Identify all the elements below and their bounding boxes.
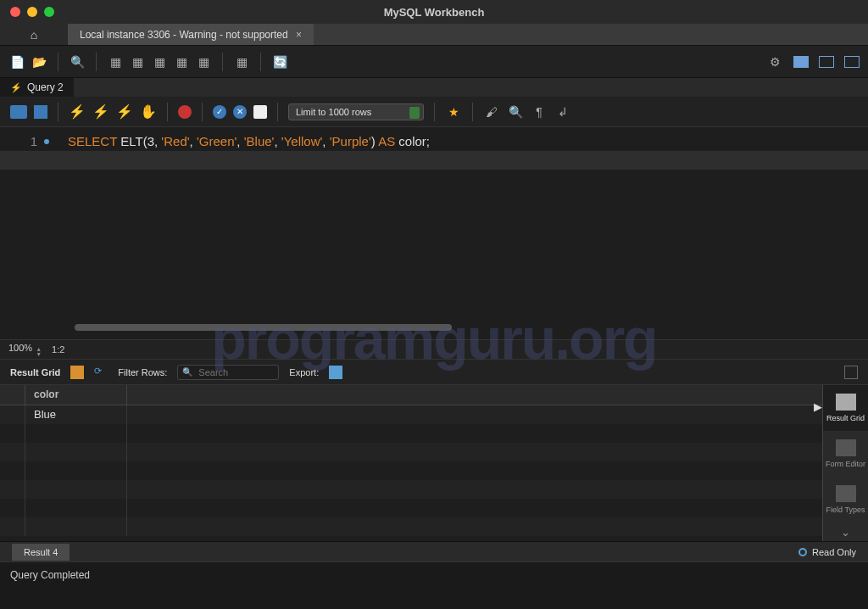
- refresh-icon[interactable]: ⟳: [94, 366, 108, 379]
- wrap-cell-icon[interactable]: [844, 366, 858, 379]
- column-header-blank: [127, 385, 822, 405]
- cell-color[interactable]: Blue: [25, 405, 127, 424]
- open-sql-icon[interactable]: 📂: [31, 53, 47, 70]
- beautify-icon[interactable]: ★: [445, 103, 462, 120]
- result-grid-label: Result Grid: [10, 367, 60, 377]
- window-minimize-button[interactable]: [27, 7, 37, 17]
- statement-marker: [44, 139, 49, 144]
- explain-icon[interactable]: ⚡: [116, 103, 133, 120]
- sql-editor[interactable]: 1 2 SELECT ELT(3, 'Red', 'Green', 'Blue'…: [0, 127, 868, 339]
- side-form-editor[interactable]: Form Editor: [823, 431, 868, 477]
- connection-tabs: ⌂ Local instance 3306 - Warning - not su…: [0, 24, 868, 46]
- reconnect-icon[interactable]: 🔄: [271, 53, 288, 70]
- toolbar-separator: [96, 53, 97, 71]
- result-grid[interactable]: color Blue: [0, 385, 822, 541]
- filter-rows-input[interactable]: [177, 365, 279, 380]
- create-function-icon[interactable]: ▦: [195, 53, 212, 70]
- read-only-indicator: Read Only: [798, 547, 856, 557]
- commit-icon[interactable]: ✓: [213, 105, 226, 119]
- create-procedure-icon[interactable]: ▦: [173, 53, 190, 70]
- toolbar-separator: [260, 53, 261, 71]
- open-file-icon[interactable]: [10, 105, 27, 119]
- create-view-icon[interactable]: ▦: [151, 53, 168, 70]
- cursor-position: 1:2: [52, 344, 64, 355]
- query-tab-label: Query 2: [27, 81, 64, 93]
- table-row: [0, 517, 822, 536]
- row-number: [0, 405, 25, 424]
- search-table-icon[interactable]: ▦: [233, 53, 250, 70]
- create-schema-icon[interactable]: ▦: [107, 53, 124, 70]
- side-panel: Result Grid Form Editor Field Types ⌄: [822, 385, 868, 541]
- create-table-icon[interactable]: ▦: [129, 53, 146, 70]
- zoom-percent[interactable]: 100%▲▼: [8, 343, 42, 357]
- stop-icon[interactable]: ✋: [140, 103, 157, 120]
- zoom-stepper-icon[interactable]: ▲▼: [36, 347, 42, 357]
- lightning-icon: ⚡: [10, 82, 22, 93]
- result-grid-side-icon: [836, 394, 856, 411]
- query-tab[interactable]: ⚡ Query 2: [0, 78, 74, 97]
- connection-tab[interactable]: Local instance 3306 - Warning - not supp…: [68, 24, 314, 45]
- toolbar-separator: [58, 53, 58, 71]
- editor-toolbar: ⚡ ⚡ ⚡ ✋ ✓ ✕ Limit to 1000 rows ★ 🖌 🔍 ¶ ↲: [0, 97, 868, 127]
- table-row[interactable]: Blue: [0, 405, 822, 424]
- code-area[interactable]: SELECT ELT(3, 'Red', 'Green', 'Blue', 'Y…: [68, 132, 860, 170]
- collapse-side-icon[interactable]: ▶: [814, 400, 822, 413]
- result-tab[interactable]: Result 4: [12, 544, 70, 561]
- results-toolbar: Result Grid ⟳ Filter Rows: 🔍 Export:: [0, 360, 868, 385]
- grid-header: color: [0, 385, 822, 405]
- window-close-button[interactable]: [10, 7, 20, 17]
- toolbar-separator: [202, 103, 203, 121]
- row-header-corner: [0, 385, 25, 405]
- autocommit-icon[interactable]: [253, 105, 267, 119]
- toggle-left-panel[interactable]: [793, 56, 809, 68]
- code-line: [0, 151, 868, 170]
- table-row: [0, 499, 822, 517]
- side-panel-more-icon[interactable]: ⌄: [823, 522, 868, 542]
- status-bar: Query Completed: [0, 562, 868, 587]
- close-tab-icon[interactable]: ×: [289, 29, 302, 41]
- toolbar-group-file: 📄 📂: [8, 53, 47, 70]
- toggle-invisible-icon[interactable]: ¶: [531, 103, 548, 120]
- new-sql-icon[interactable]: 📄: [8, 53, 25, 70]
- find-icon[interactable]: 🔍: [507, 103, 524, 120]
- main-toolbar: 📄 📂 🔍 ▦ ▦ ▦ ▦ ▦ ▦ 🔄 ⚙: [0, 46, 868, 78]
- table-row: [0, 480, 822, 499]
- brush-icon[interactable]: 🖌: [483, 103, 500, 120]
- titlebar: MySQL Workbench: [0, 0, 868, 24]
- save-file-icon[interactable]: [34, 105, 47, 119]
- readonly-icon: [798, 548, 807, 556]
- result-tabs: Result 4 Read Only: [0, 541, 868, 562]
- rollback-icon[interactable]: ✕: [233, 105, 247, 119]
- toggle-right-panel[interactable]: [844, 56, 860, 68]
- result-tab-label: Result 4: [24, 547, 58, 557]
- toolbar-separator: [434, 103, 435, 121]
- toolbar-separator: [472, 103, 473, 121]
- kill-query-icon[interactable]: [178, 105, 192, 119]
- inspector-icon[interactable]: 🔍: [69, 53, 86, 70]
- execute-current-icon[interactable]: ⚡: [92, 103, 109, 120]
- settings-icon[interactable]: ⚙: [766, 53, 783, 70]
- side-field-types[interactable]: Field Types: [823, 477, 868, 522]
- result-grid-icon[interactable]: [70, 366, 84, 379]
- connection-tab-label: Local instance 3306 - Warning - not supp…: [80, 29, 288, 41]
- home-icon: ⌂: [31, 28, 37, 42]
- column-header[interactable]: color: [25, 385, 127, 405]
- table-row: [0, 443, 822, 461]
- window-title: MySQL Workbench: [384, 6, 485, 19]
- toggle-bottom-panel[interactable]: [819, 56, 834, 68]
- side-result-grid[interactable]: Result Grid: [823, 385, 868, 431]
- toolbar-separator: [222, 53, 223, 71]
- toolbar-separator: [167, 103, 168, 121]
- toolbar-separator: [277, 103, 278, 121]
- field-types-icon: [836, 485, 856, 502]
- window-maximize-button[interactable]: [44, 7, 54, 17]
- zoom-bar: 100%▲▼ 1:2: [0, 339, 868, 360]
- home-tab[interactable]: ⌂: [0, 24, 68, 45]
- query-tabs: ⚡ Query 2: [0, 78, 868, 97]
- wrap-icon[interactable]: ↲: [554, 103, 571, 120]
- editor-scrollbar[interactable]: [75, 324, 452, 331]
- limit-rows-select[interactable]: Limit to 1000 rows: [288, 103, 424, 120]
- search-icon: 🔍: [182, 367, 192, 377]
- execute-icon[interactable]: ⚡: [69, 103, 86, 120]
- export-icon[interactable]: [329, 366, 342, 379]
